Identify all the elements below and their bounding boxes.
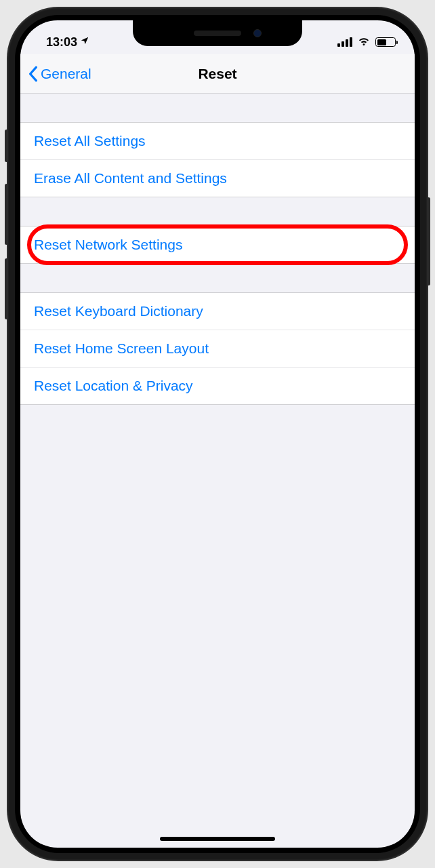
side-button-mute <box>5 130 8 162</box>
list-group: Reset Network Settings <box>20 226 415 264</box>
list-item-label: Reset All Settings <box>34 133 146 149</box>
speaker <box>194 31 241 36</box>
home-indicator[interactable] <box>160 837 275 841</box>
side-button-power <box>427 197 430 285</box>
reset-network-settings[interactable]: Reset Network Settings <box>20 226 415 263</box>
status-right <box>337 35 396 50</box>
reset-keyboard-dictionary[interactable]: Reset Keyboard Dictionary <box>20 293 415 330</box>
status-left: 13:03 <box>46 35 89 50</box>
reset-home-screen-layout[interactable]: Reset Home Screen Layout <box>20 330 415 368</box>
screen: 13:03 <box>20 20 415 848</box>
phone-frame: 13:03 <box>7 7 428 861</box>
list-item-label: Reset Home Screen Layout <box>34 340 209 356</box>
content-area: Reset All SettingsErase All Content and … <box>20 94 415 433</box>
notch <box>133 20 302 46</box>
list-group: Reset All SettingsErase All Content and … <box>20 122 415 197</box>
list-item-label: Erase All Content and Settings <box>34 170 227 186</box>
reset-all-settings[interactable]: Reset All Settings <box>20 123 415 160</box>
status-time: 13:03 <box>46 35 77 50</box>
side-button-volume-up <box>5 184 8 245</box>
location-services-icon <box>80 36 89 48</box>
front-camera <box>253 29 262 37</box>
erase-all-content[interactable]: Erase All Content and Settings <box>20 160 415 197</box>
phone-bezel: 13:03 <box>15 15 420 853</box>
wifi-icon <box>357 35 371 50</box>
page-title: Reset <box>198 66 236 82</box>
battery-icon <box>375 37 396 47</box>
chevron-left-icon <box>28 66 38 82</box>
back-button[interactable]: General <box>28 66 91 82</box>
list-item-label: Reset Network Settings <box>34 237 182 252</box>
back-label: General <box>41 66 91 82</box>
reset-location-privacy[interactable]: Reset Location & Privacy <box>20 368 415 404</box>
list-item-label: Reset Keyboard Dictionary <box>34 303 203 319</box>
list-group: Reset Keyboard DictionaryReset Home Scre… <box>20 292 415 405</box>
list-item-label: Reset Location & Privacy <box>34 378 193 393</box>
side-button-volume-down <box>5 258 8 319</box>
navigation-bar: General Reset <box>20 54 415 94</box>
cellular-signal-icon <box>337 37 352 47</box>
